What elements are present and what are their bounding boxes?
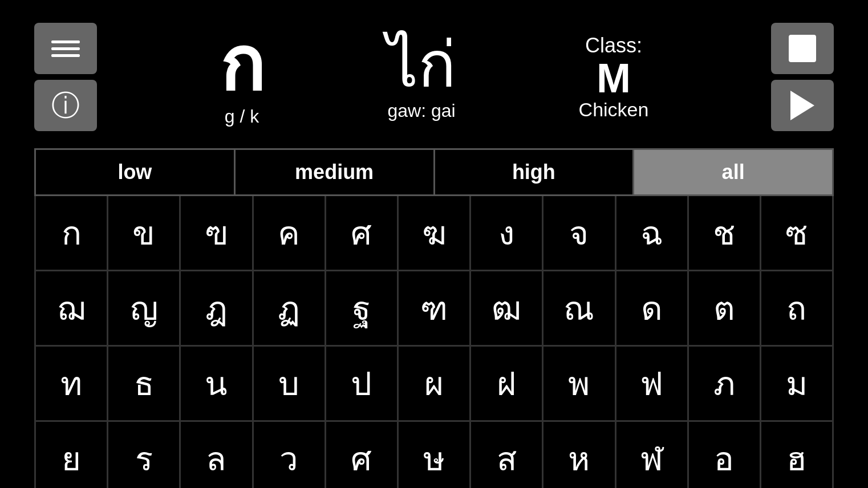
- char-cell[interactable]: ซ: [761, 196, 832, 270]
- char-cell[interactable]: ฏ: [254, 271, 326, 345]
- char-cell[interactable]: ป: [326, 347, 399, 420]
- char-cell[interactable]: ฬ: [616, 422, 689, 488]
- char-row-1: ฌญฎฏฐฑฒณดตถ: [36, 271, 832, 347]
- main-thai-char: ก: [220, 27, 265, 101]
- char-row-0: กขฃคศฆงจฉชซ: [36, 196, 832, 271]
- char-cell[interactable]: ฌ: [36, 271, 108, 345]
- char-cell[interactable]: ง: [471, 196, 543, 270]
- char-cell[interactable]: ก: [36, 196, 108, 270]
- char-cell[interactable]: ห: [543, 422, 616, 488]
- example-thai-char: ไก่: [387, 33, 456, 96]
- char-cell[interactable]: ฑ: [399, 271, 471, 345]
- filter-bar: low medium high all: [34, 148, 834, 196]
- hamburger-icon: [51, 40, 80, 57]
- char-cell[interactable]: ฐ: [326, 271, 399, 345]
- char-cell[interactable]: ฮ: [761, 422, 832, 488]
- char-cell[interactable]: ฉ: [616, 196, 689, 270]
- menu-button[interactable]: [34, 23, 97, 74]
- char-cell[interactable]: ต: [689, 271, 761, 345]
- tab-all[interactable]: all: [634, 150, 832, 194]
- char-cell[interactable]: ค: [254, 196, 326, 270]
- char-cell[interactable]: ฎ: [181, 271, 253, 345]
- example-romanize: gaw: gai: [387, 100, 455, 121]
- tab-medium[interactable]: medium: [236, 150, 435, 194]
- stop-button[interactable]: [771, 23, 834, 74]
- char-cell[interactable]: ษ: [399, 422, 471, 488]
- char-cell[interactable]: ณ: [543, 271, 616, 345]
- info-icon: ⓘ: [51, 91, 80, 120]
- char-cell[interactable]: ย: [36, 422, 108, 488]
- char-cell[interactable]: ท: [36, 347, 108, 420]
- char-cell[interactable]: ภ: [689, 347, 761, 420]
- char-row-2: ทธนบปผฝพฟภม: [36, 347, 832, 422]
- char-cell[interactable]: ม: [761, 347, 832, 420]
- char-cell[interactable]: ด: [616, 271, 689, 345]
- example-word-section: ไก่ gaw: gai: [387, 33, 456, 121]
- char-row-3: ยรลวศษสหฬอฮ: [36, 422, 832, 488]
- char-cell[interactable]: ฆ: [399, 196, 471, 270]
- info-button[interactable]: ⓘ: [34, 80, 97, 131]
- char-cell[interactable]: ล: [181, 422, 253, 488]
- character-grid: กขฃคศฆงจฉชซฌญฎฏฐฑฒณดตถทธนบปผฝพฟภมยรลวศษส…: [34, 196, 834, 488]
- char-cell[interactable]: ศ: [326, 196, 399, 270]
- play-button[interactable]: [771, 80, 834, 131]
- left-controls: ⓘ: [34, 23, 97, 131]
- tab-high[interactable]: high: [435, 150, 635, 194]
- class-label: Class:: [585, 34, 642, 58]
- char-cell[interactable]: ธ: [108, 347, 181, 420]
- char-cell[interactable]: ผ: [399, 347, 471, 420]
- char-cell[interactable]: ฒ: [471, 271, 543, 345]
- char-cell[interactable]: ศ: [326, 422, 399, 488]
- class-meaning: Chicken: [579, 99, 649, 121]
- char-cell[interactable]: ส: [471, 422, 543, 488]
- char-cell[interactable]: ร: [108, 422, 181, 488]
- char-cell[interactable]: ข: [108, 196, 181, 270]
- char-cell[interactable]: ช: [689, 196, 761, 270]
- char-cell[interactable]: บ: [254, 347, 326, 420]
- class-section: Class: M Chicken: [579, 34, 649, 121]
- play-icon: [790, 91, 814, 120]
- stop-icon: [789, 35, 816, 62]
- right-controls: [771, 23, 834, 131]
- class-value: M: [597, 58, 631, 99]
- char-cell[interactable]: ฃ: [181, 196, 253, 270]
- char-cell[interactable]: ฝ: [471, 347, 543, 420]
- char-cell[interactable]: อ: [689, 422, 761, 488]
- char-cell[interactable]: น: [181, 347, 253, 420]
- char-cell[interactable]: จ: [543, 196, 616, 270]
- char-cell[interactable]: ฟ: [616, 347, 689, 420]
- main-romanize: g / k: [225, 106, 259, 127]
- char-cell[interactable]: ถ: [761, 271, 832, 345]
- main-character-section: ก g / k: [220, 27, 265, 127]
- tab-low[interactable]: low: [36, 150, 236, 194]
- char-cell[interactable]: ว: [254, 422, 326, 488]
- char-cell[interactable]: ญ: [108, 271, 181, 345]
- char-cell[interactable]: พ: [543, 347, 616, 420]
